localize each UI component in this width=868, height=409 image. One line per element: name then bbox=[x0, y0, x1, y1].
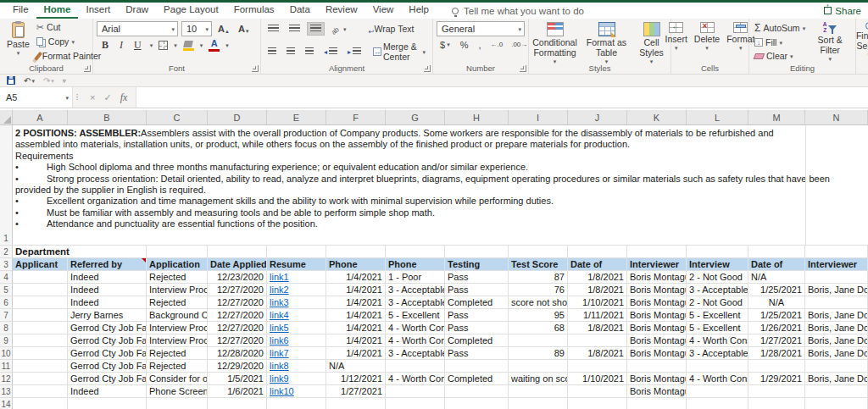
delete-cells-button[interactable]: × Delete ▾ bbox=[691, 21, 723, 52]
align-right-button[interactable] bbox=[302, 45, 317, 58]
cell-B6[interactable]: Indeed bbox=[68, 296, 147, 309]
cell-M10[interactable]: 1/28/2021 bbox=[748, 347, 805, 360]
cell-J4[interactable]: 1/8/2021 bbox=[568, 271, 627, 284]
cell-M4[interactable]: N/A bbox=[748, 271, 805, 284]
cell-I5[interactable]: 76 bbox=[509, 284, 568, 296]
resume-link-link10[interactable]: link10 bbox=[270, 386, 294, 396]
cell-A12[interactable] bbox=[13, 373, 68, 385]
cell-G2[interactable] bbox=[386, 246, 445, 258]
cell-K2[interactable] bbox=[627, 246, 687, 258]
paste-button[interactable]: Paste ▾ bbox=[3, 21, 33, 57]
row-header-8[interactable]: 8 bbox=[0, 322, 13, 334]
cell-D2[interactable] bbox=[208, 246, 267, 258]
cell-G4[interactable]: 1 - Poor bbox=[386, 271, 445, 284]
tab-draw[interactable]: Draw bbox=[118, 3, 156, 19]
cell-C9[interactable]: Interview Process bbox=[147, 334, 208, 347]
column-header-D[interactable]: D bbox=[208, 110, 267, 124]
row-header-2[interactable]: 2 bbox=[0, 246, 13, 258]
cell-G10[interactable]: 3 - Acceptable bbox=[386, 347, 445, 360]
number-format-combo[interactable]: General▾ bbox=[437, 21, 525, 36]
cell-K11[interactable] bbox=[627, 360, 687, 373]
cell-J5[interactable]: 1/8/2021 bbox=[568, 284, 627, 296]
cell-K14[interactable] bbox=[627, 398, 687, 409]
clear-button[interactable]: Clear ▾ bbox=[753, 50, 807, 62]
bold-button[interactable]: B bbox=[99, 39, 111, 52]
cell-N7[interactable]: Boris, Jane Dobs bbox=[805, 309, 868, 322]
align-top-button[interactable] bbox=[264, 22, 282, 36]
cell-C4[interactable]: Rejected bbox=[147, 271, 208, 284]
cell-I6[interactable]: score not showing bbox=[509, 296, 568, 309]
align-middle-button[interactable] bbox=[286, 22, 303, 36]
italic-button[interactable]: I bbox=[117, 39, 125, 52]
resume-link-link3[interactable]: link3 bbox=[270, 297, 289, 307]
cell-F14[interactable] bbox=[326, 398, 386, 409]
table-header-test-score[interactable]: Test Score bbox=[509, 258, 568, 271]
tell-me-box[interactable]: Tell me what you want to do bbox=[452, 6, 584, 16]
alignment-dialog-launcher[interactable] bbox=[424, 65, 431, 72]
insert-function-icon[interactable]: fx bbox=[120, 91, 128, 104]
cell-H9[interactable]: Completed bbox=[445, 334, 509, 347]
cell-L7[interactable]: 5 - Excellent bbox=[687, 309, 748, 322]
cell-D8[interactable]: 12/27/2020 bbox=[208, 322, 267, 334]
resume-link-link4[interactable]: link4 bbox=[270, 310, 289, 320]
cell-M9[interactable]: 1/27/2021 bbox=[748, 334, 805, 347]
column-header-J[interactable]: J bbox=[568, 110, 627, 124]
borders-dropdown-caret[interactable]: ▾ bbox=[174, 42, 177, 48]
cell-M8[interactable]: 1/26/2021 bbox=[748, 322, 805, 334]
resume-link-link6[interactable]: link6 bbox=[270, 335, 289, 345]
cell-M6[interactable]: N/A bbox=[748, 296, 805, 309]
column-header-A[interactable]: A bbox=[13, 110, 68, 124]
cell-M7[interactable]: 1/25/2021 bbox=[748, 309, 805, 322]
cell-D6[interactable]: 12/27/2020 bbox=[208, 296, 267, 309]
underline-dropdown-caret[interactable]: ▾ bbox=[150, 42, 153, 48]
tab-home[interactable]: Home bbox=[36, 3, 79, 19]
cell-B4[interactable]: Indeed bbox=[68, 271, 147, 284]
cell-L4[interactable]: 2 - Not Good bbox=[687, 271, 748, 284]
cell-K13[interactable]: Boris Montague bbox=[627, 385, 687, 398]
cell-G5[interactable]: 3 - Acceptable bbox=[386, 284, 445, 296]
cell-B5[interactable]: Indeed bbox=[68, 284, 147, 296]
row-header-3[interactable]: 3 bbox=[0, 258, 13, 271]
tab-page-layout[interactable]: Page Layout bbox=[156, 3, 226, 19]
cell-N2[interactable] bbox=[805, 246, 868, 258]
cell-H7[interactable]: Pass bbox=[445, 309, 509, 322]
cell-A4[interactable] bbox=[13, 271, 68, 284]
formula-bar-handle[interactable]: ⁞ bbox=[73, 87, 81, 108]
cell-E14[interactable] bbox=[267, 398, 326, 409]
column-header-M[interactable]: M bbox=[748, 110, 805, 124]
enter-icon[interactable]: ✓ bbox=[103, 92, 111, 103]
cell-B11[interactable]: Gerrod Cty Job Fair bbox=[68, 360, 147, 373]
font-size-combo[interactable]: 10▾ bbox=[181, 21, 212, 36]
cell-I12[interactable]: waiting on score bbox=[509, 373, 568, 385]
percent-style-button[interactable]: % bbox=[457, 40, 472, 50]
resume-link-link7[interactable]: link7 bbox=[270, 348, 289, 358]
cell-G11[interactable] bbox=[386, 360, 445, 373]
cell-H14[interactable] bbox=[445, 398, 509, 409]
cell-D9[interactable]: 12/27/2020 bbox=[208, 334, 267, 347]
cell-L14[interactable] bbox=[687, 398, 748, 409]
cell-C14[interactable] bbox=[147, 398, 208, 409]
tab-data[interactable]: Data bbox=[282, 3, 318, 19]
cell-M14[interactable] bbox=[748, 398, 805, 409]
cell-H13[interactable] bbox=[445, 385, 509, 398]
cell-N9[interactable]: Boris, Jane Dobs bbox=[805, 334, 868, 347]
comma-style-button[interactable]: , bbox=[475, 40, 484, 50]
cell-I8[interactable]: 68 bbox=[509, 322, 568, 334]
cell-K7[interactable]: Boris Montague bbox=[627, 309, 687, 322]
cell-E9[interactable]: link6 bbox=[267, 334, 326, 347]
redo-button[interactable]: ↷▾ bbox=[43, 76, 54, 86]
cell-E10[interactable]: link7 bbox=[267, 347, 326, 360]
cell-G14[interactable] bbox=[386, 398, 445, 409]
accounting-format-button[interactable]: $▾ bbox=[437, 40, 453, 50]
cell-N10[interactable]: Boris, Jane Dobs bbox=[805, 347, 868, 360]
cell-F12[interactable]: 1/12/2021 bbox=[326, 373, 386, 385]
cell-I9[interactable] bbox=[509, 334, 568, 347]
cell-J2[interactable] bbox=[568, 246, 627, 258]
align-left-button[interactable] bbox=[264, 45, 280, 58]
cell-J9[interactable] bbox=[568, 334, 627, 347]
cell-K6[interactable]: Boris Montague bbox=[627, 296, 687, 309]
merge-center-button[interactable]: ↔ Merge & Center ▾ bbox=[370, 39, 429, 64]
column-header-H[interactable]: H bbox=[445, 110, 509, 124]
cell-C10[interactable]: Rejected bbox=[147, 347, 208, 360]
orientation-button[interactable]: ▾ bbox=[328, 21, 350, 36]
